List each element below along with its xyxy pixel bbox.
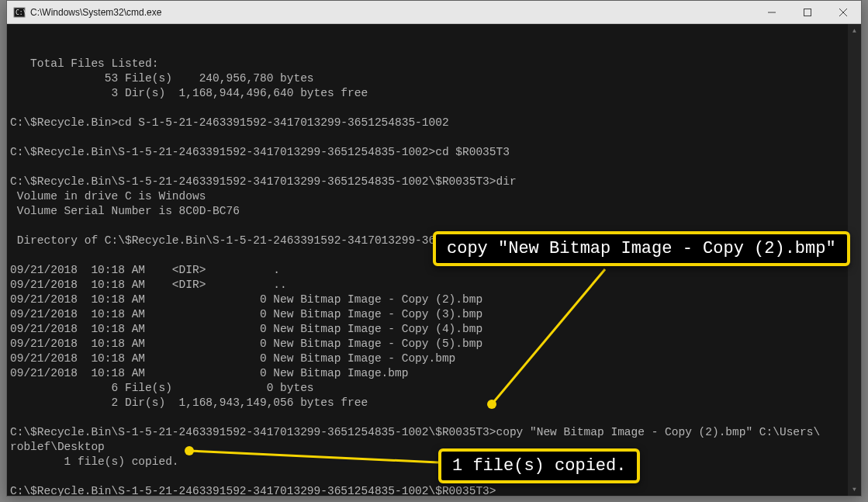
svg-rect-3 bbox=[804, 9, 811, 16]
cmd-icon: C:\ bbox=[13, 6, 26, 19]
callout-result: 1 file(s) copied. bbox=[438, 448, 640, 483]
callout-copy-command: copy "New Bitmap Image - Copy (2).bmp" bbox=[433, 231, 850, 266]
scroll-up-arrow[interactable]: ▲ bbox=[848, 24, 861, 37]
titlebar: C:\ C:\Windows\System32\cmd.exe bbox=[7, 1, 861, 24]
minimize-button[interactable] bbox=[754, 1, 790, 23]
window-controls bbox=[754, 1, 861, 23]
svg-text:C:\: C:\ bbox=[16, 9, 26, 16]
window-title: C:\Windows\System32\cmd.exe bbox=[30, 7, 754, 18]
terminal-output: Total Files Listed: 53 File(s) 240,956,7… bbox=[10, 57, 858, 496]
maximize-button[interactable] bbox=[790, 1, 825, 23]
scroll-down-arrow[interactable]: ▼ bbox=[848, 483, 861, 496]
close-button[interactable] bbox=[825, 1, 861, 23]
